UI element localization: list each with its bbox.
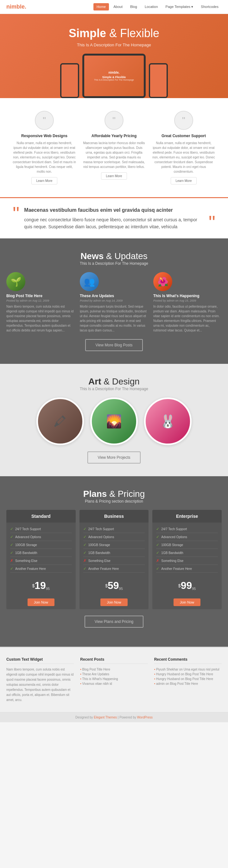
nav-location[interactable]: Location	[142, 3, 161, 10]
pricing-description: Plans & Pricing section description	[6, 499, 222, 503]
feature-btn-3[interactable]: Learn More	[171, 177, 196, 184]
check-icon: ✓	[156, 542, 159, 547]
quote-mark-right: "	[209, 215, 215, 230]
cross-icon: ✗	[83, 558, 86, 563]
post-card-3: 🌺 This Is What's Happening Posted by adm…	[153, 272, 222, 333]
list-item: Blog Post Title Here	[80, 667, 148, 672]
art-description: This Is a Description For The Homepage	[6, 387, 222, 391]
post-title-2: These Are Updates	[80, 294, 148, 298]
feature-item: ✓100GB Storage	[10, 541, 72, 549]
feature-item: ✓24/7 Tech Support	[10, 525, 72, 533]
view-plans-container: View Plans and Pricing	[6, 616, 222, 628]
footer-widget-custom-title: Custom Text Widget	[6, 657, 74, 664]
news-section: News & Updates This Is a Description For…	[0, 239, 228, 364]
features-row: " Responsive Web Designs Nulla ornare, n…	[6, 111, 222, 184]
cross-icon: ✗	[156, 558, 159, 563]
feature-item: ✓24/7 Tech Support	[156, 525, 218, 533]
footer-recent-posts-list: Blog Post Title Here These Are Updates T…	[80, 667, 148, 686]
feature-item: ✓24/7 Tech Support	[83, 525, 145, 533]
plan-standard-price: $1995	[6, 575, 76, 596]
feature-text-1: Nulla ornare, nulla et egestas hendrerit…	[13, 141, 76, 174]
footer-widget-custom-text: Nam libero tempore, cum soluta nobis est…	[6, 667, 74, 703]
plan-business-join-btn[interactable]: Join Now	[101, 598, 127, 606]
footer-recent-comments-title: Recent Comments	[154, 657, 222, 664]
elegant-themes-link[interactable]: Elegant Themes	[94, 716, 117, 719]
post-title-3: This Is What's Happening	[153, 294, 222, 298]
view-more-posts-container: View More Blog Posts	[6, 339, 222, 351]
hero-title: Simple & Flexible	[6, 27, 222, 40]
post-thumb-1: 🌱	[6, 272, 25, 291]
plan-business: Business ✓24/7 Tech Support ✓Advanced Op…	[79, 510, 149, 609]
cross-icon: ✗	[10, 558, 13, 563]
footer-bottom: Designed by Elegant Themes | Powered by …	[0, 712, 228, 722]
post-text-1: Nam libero tempore, cum soluta nobis est…	[6, 304, 75, 333]
post-card-1: 🌱 Blog Post Title Here Posted by admin o…	[6, 272, 75, 333]
art-title: Art & Design	[6, 376, 222, 387]
footer-widgets: Custom Text Widget Nam libero tempore, c…	[0, 647, 228, 712]
plan-business-title: Business	[83, 514, 145, 519]
feature-btn-2[interactable]: Learn More	[101, 173, 127, 180]
footer-powered-by: | Powered by	[118, 716, 137, 719]
nav-shortcodes[interactable]: Shortcodes	[198, 3, 222, 10]
quote-icon-2: "	[105, 111, 123, 130]
plan-business-features: ✓24/7 Tech Support ✓Advanced Options ✓10…	[79, 523, 149, 575]
device-subtitle: This Is A Description For The Homepage	[94, 79, 134, 81]
check-icon: ✓	[156, 527, 159, 531]
site-logo: nimble.	[6, 3, 26, 10]
check-icon: ✓	[83, 527, 86, 531]
quote-icon-3: "	[174, 111, 193, 130]
nav-blog[interactable]: Blog	[127, 3, 140, 10]
plan-standard-join-btn[interactable]: Join Now	[28, 598, 54, 606]
footer-widget-recent-posts: Recent Posts Blog Post Title Here These …	[80, 657, 148, 703]
feature-item: ✗Something Else	[83, 557, 145, 565]
feature-item: ✓1GB Bandwidth	[83, 549, 145, 557]
plan-standard: Standard ✓24/7 Tech Support ✓Advanced Op…	[6, 510, 76, 609]
nav-home[interactable]: Home	[93, 3, 109, 10]
device-logo: nimble.	[108, 71, 119, 74]
news-description: This Is a Description For The Homepage	[6, 261, 222, 266]
list-item: Hungry Husband on Blog Post Title Here	[154, 677, 222, 681]
feature-item: ✓100GB Storage	[156, 541, 218, 549]
plan-business-price: $5995	[79, 575, 149, 596]
view-plans-pricing-button[interactable]: View Plans and Pricing	[84, 616, 144, 628]
post-text-2: Morbi consequam turpis tincidunt. Sed ne…	[80, 304, 148, 333]
phone-device-right	[149, 63, 168, 98]
feature-btn-1[interactable]: Learn More	[31, 177, 57, 184]
feature-item: ✗Something Else	[10, 557, 72, 565]
feature-text-2: Maecenas lacinia tortor rhoncus dolor mo…	[82, 141, 146, 169]
feature-item: ✗Something Else	[156, 557, 218, 565]
view-more-projects-button[interactable]: View More Projects	[87, 452, 140, 464]
hero-devices: nimble. Simple & Flexible This Is A Desc…	[6, 54, 222, 98]
feature-text-3: Nulla ornare, nulla et egestas hendrerit…	[152, 141, 215, 174]
project-3: 🐰	[144, 398, 192, 445]
plan-enterprise: Enterprise ✓24/7 Tech Support ✓Advanced …	[152, 510, 222, 609]
feature-title-2: Affordable Yearly Pricing	[82, 134, 146, 138]
post-text-3: In dolor odio, faucibus ut pellentesque …	[153, 304, 222, 333]
quote-banner: " Maecenas vestibulum faucibus enim vel …	[0, 197, 228, 239]
news-title: News & Updates	[6, 251, 222, 261]
check-icon: ✓	[10, 527, 13, 531]
post-card-2: 👥 These Are Updates Posted by admin on A…	[80, 272, 148, 333]
nav-page-templates[interactable]: Page Templates ▾	[162, 3, 197, 10]
footer-widget-recent-comments: Recent Comments Piyush Shekhar on Uma eg…	[154, 657, 222, 703]
check-icon: ✓	[156, 551, 159, 555]
feature-item: ✓Advanced Options	[83, 533, 145, 541]
view-more-blog-posts-button[interactable]: View More Blog Posts	[85, 339, 143, 351]
post-title-1: Blog Post Title Here	[6, 294, 75, 298]
check-icon: ✓	[156, 535, 159, 539]
footer-recent-comments-list: Piyush Shekhar on Uma eget risus nisl pr…	[154, 667, 222, 686]
footer-designed-by: Designed by	[75, 716, 94, 719]
plan-enterprise-join-btn[interactable]: Join Now	[174, 598, 200, 606]
hero-description: This Is A Description For The Homepage	[6, 42, 222, 47]
check-icon: ✓	[83, 535, 86, 539]
quote-mark-left: "	[13, 206, 19, 221]
project-img-3: 🐰	[146, 399, 190, 443]
nav-links: Home About Blog Location Page Templates …	[93, 3, 222, 10]
nav-about[interactable]: About	[110, 3, 126, 10]
project-2: 🌄	[90, 398, 138, 445]
footer-widget-custom: Custom Text Widget Nam libero tempore, c…	[6, 657, 74, 703]
post-meta-2: Posted by admin on Aug 14, 2009	[80, 299, 148, 302]
pricing-section: Plans & Pricing Plans & Pricing section …	[0, 476, 228, 647]
quote-line2: congue nec consectetur libero fusce nequ…	[24, 216, 203, 230]
wordpress-link[interactable]: WordPress	[137, 716, 153, 719]
